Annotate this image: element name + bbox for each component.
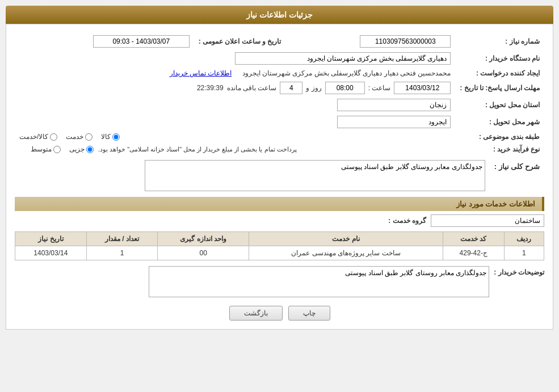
reply-remaining: 22:39:39	[197, 84, 224, 92]
category-kala: کالا	[101, 133, 120, 141]
page-header: جزئیات اطلاعات نیاز	[6, 6, 553, 24]
col-service-code: کد خدمت	[443, 232, 504, 246]
creator-cell: محمدحسین فتحی دهیار دهیاری گلایرسفلی بخش…	[15, 67, 455, 79]
reply-deadline-cell: 22:39:39 ساعت باقی مانده روز و ساعت :	[15, 79, 455, 96]
service-info-title: اطلاعات خدمات مورد نیاز	[15, 197, 544, 211]
cell-service-name: ساخت سایر پروژه‌های مهندسی عمران	[249, 246, 443, 260]
general-need-textarea[interactable]	[145, 160, 485, 191]
cell-service-code: ج-42-429	[443, 246, 504, 260]
reply-time-input[interactable]	[325, 82, 365, 94]
category-label: طبقه بندی موضوعی :	[455, 130, 544, 143]
info-table: شماره نیاز : تاریخ و ساعت اعلان عمومی : …	[15, 33, 544, 155]
creator-label: ایجاد کننده درخواست :	[455, 67, 544, 79]
creator-value: محمدحسین فتحی دهیار دهیاری گلایرسفلی بخش…	[242, 69, 451, 77]
purchase-radio-group: متوسط جزیی	[31, 145, 94, 153]
col-quantity: تعداد / مقدار	[86, 232, 158, 246]
buyer-desc-row: توضیحات خریدار :	[15, 266, 544, 297]
col-service-name: نام خدمت	[249, 232, 443, 246]
radio-medium[interactable]	[53, 146, 61, 153]
reply-remaining-label: ساعت باقی مانده	[227, 84, 277, 92]
purchase-type-label: نوع فرآیند خرید :	[455, 143, 544, 155]
reply-date-input[interactable]	[394, 82, 451, 94]
category-kala-label: کالا	[101, 133, 111, 141]
city-cell	[15, 113, 455, 130]
radio-kala[interactable]	[112, 133, 120, 141]
service-group-label: گروه خدمت :	[388, 217, 426, 225]
header-title: جزئیات اطلاعات نیاز	[246, 10, 313, 19]
cell-quantity: 1	[86, 246, 158, 260]
reply-deadline-label: مهلت ارسال پاسخ: تا تاریخ :	[455, 79, 544, 96]
date-label: تاریخ و ساعت اعلان عمومی :	[194, 33, 286, 50]
table-row: 1 ج-42-429 ساخت سایر پروژه‌های مهندسی عم…	[15, 246, 544, 260]
date-input[interactable]	[93, 35, 190, 48]
purchase-note: پرداخت تمام یا بخشی از مبلغ خریدار از مح…	[98, 146, 297, 153]
back-button[interactable]: بازگشت	[229, 306, 283, 321]
main-content: شماره نیاز : تاریخ و ساعت اعلان عمومی : …	[6, 24, 553, 330]
need-number-label: شماره نیاز :	[455, 33, 544, 50]
service-table: ردیف کد خدمت نام خدمت واحد اندازه گیری ت…	[15, 231, 544, 260]
purchase-medium-label: متوسط	[31, 145, 52, 153]
province-input[interactable]	[337, 99, 451, 111]
button-row: بازگشت چاپ	[15, 306, 544, 321]
category-radio-group: کالا/خدمت خدمت کالا	[19, 133, 451, 141]
org-name-cell	[15, 50, 455, 67]
general-need-row: شرح کلی نیاز :	[15, 160, 544, 191]
general-need-label: شرح کلی نیاز :	[490, 160, 544, 173]
category-kala-khidmat: کالا/خدمت	[19, 133, 57, 141]
purchase-type-cell: متوسط جزیی پرداخت تمام یا بخشی از مبلغ خ…	[15, 143, 455, 155]
org-name-input[interactable]	[235, 52, 451, 65]
radio-khidmat[interactable]	[85, 133, 93, 141]
category-khidmat: خدمت	[66, 133, 93, 141]
service-group-row: گروه خدمت :	[15, 214, 544, 227]
date-cell	[15, 33, 194, 50]
contact-link[interactable]: اطلاعات تماس خریدار	[170, 69, 232, 77]
city-input[interactable]	[337, 116, 451, 128]
need-number-cell	[286, 33, 456, 50]
print-button[interactable]: چاپ	[288, 306, 330, 321]
need-number-input[interactable]	[360, 35, 451, 48]
page-wrapper: جزئیات اطلاعات نیاز شماره نیاز : تاریخ و…	[0, 0, 559, 392]
reply-time-label: ساعت :	[368, 84, 391, 92]
col-need-date: تاریخ نیاز	[15, 232, 87, 246]
purchase-minor-label: جزیی	[69, 145, 85, 153]
cell-unit: 00	[158, 246, 249, 260]
category-cell: کالا/خدمت خدمت کالا	[15, 130, 455, 143]
reply-days-input[interactable]	[280, 82, 302, 94]
buyer-desc-label: توضیحات خریدار :	[494, 266, 544, 276]
cell-row-num: 1	[504, 246, 544, 260]
category-kala-khidmat-label: کالا/خدمت	[19, 133, 48, 141]
org-name-label: نام دستگاه خریدار :	[455, 50, 544, 67]
category-khidmat-label: خدمت	[66, 133, 83, 141]
col-unit: واحد اندازه گیری	[158, 232, 249, 246]
city-label: شهر محل تحویل :	[455, 113, 544, 130]
radio-minor[interactable]	[86, 146, 94, 153]
province-cell	[15, 96, 455, 113]
reply-days-label: روز و	[306, 84, 321, 92]
purchase-minor: جزیی	[69, 145, 94, 153]
buyer-desc-textarea[interactable]	[149, 266, 489, 297]
purchase-medium: متوسط	[31, 145, 61, 153]
service-group-input[interactable]	[431, 214, 544, 227]
radio-kala-khidmat[interactable]	[50, 133, 57, 141]
cell-need-date: 1403/03/14	[15, 246, 87, 260]
province-label: استان محل تحویل :	[455, 96, 544, 113]
col-row-num: ردیف	[504, 232, 544, 246]
